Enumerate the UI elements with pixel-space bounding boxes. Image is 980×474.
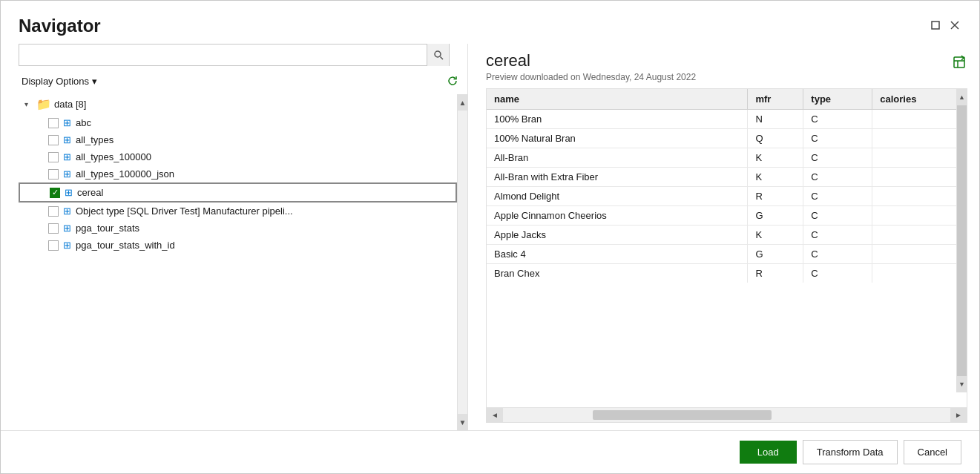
table-scroll-thumb[interactable]	[957, 105, 967, 376]
tree-item[interactable]: ⊞ all_types	[19, 131, 457, 148]
table-cell-mfr: R	[748, 187, 803, 206]
table-row[interactable]: Almond DelightRC	[487, 187, 956, 206]
item-label: Object type [SQL Driver Test] Manufactur…	[76, 205, 293, 217]
scroll-down-button[interactable]: ▼	[458, 414, 467, 430]
table-row[interactable]: 100% BranNC	[487, 110, 956, 129]
dialog-title: Navigator	[19, 16, 101, 36]
table-icon: ⊞	[63, 205, 71, 217]
display-options-button[interactable]: Display Options ▾	[19, 74, 100, 88]
horiz-scroll-thumb[interactable]	[593, 410, 772, 420]
table-cell-name: Apple Cinnamon Cheerios	[487, 206, 748, 226]
scroll-up-button[interactable]: ▲	[458, 94, 467, 111]
tree-item-cereal[interactable]: ✓ ⊞ cereal	[19, 182, 457, 203]
table-cell-calories	[872, 110, 956, 129]
table-row[interactable]: Apple Cinnamon CheeriosGC	[487, 206, 956, 226]
data-table-wrap: name mfr type calories 100% BranNC100% N…	[486, 88, 967, 423]
refresh-icon-button[interactable]	[444, 73, 461, 88]
item-checkbox-all_types_100000_json[interactable]	[48, 169, 59, 180]
table-cell-name: Almond Delight	[487, 187, 748, 206]
table-cell-calories	[872, 206, 956, 226]
svg-line-4	[440, 57, 443, 60]
tree-item[interactable]: ⊞ Object type [SQL Driver Test] Manufact…	[19, 203, 457, 220]
item-checkbox-object_type[interactable]	[48, 206, 59, 217]
table-icon: ⊞	[63, 223, 71, 234]
display-options-label: Display Options	[22, 76, 89, 87]
tree-item[interactable]: ⊞ abc	[19, 114, 457, 131]
item-checkbox-pga_tour_stats[interactable]	[48, 223, 59, 234]
tree-list: ▾ 📁 data [8] ⊞ abc ⊞ all_types	[19, 94, 457, 430]
item-checkbox-all_types_100000[interactable]	[48, 152, 59, 162]
item-label: abc	[76, 117, 91, 128]
table-icon: ⊞	[63, 151, 71, 162]
table-scroll-up-button[interactable]: ▲	[957, 89, 967, 105]
table-cell-type: C	[803, 226, 872, 245]
table-cell-calories	[872, 148, 956, 168]
horiz-scroll-track	[503, 408, 950, 422]
table-row[interactable]: All-BranKC	[487, 148, 956, 168]
table-cell-name: 100% Bran	[487, 110, 748, 129]
table-cell-mfr: K	[748, 226, 803, 245]
close-button[interactable]	[948, 19, 961, 32]
preview-title: cereal	[486, 51, 696, 70]
preview-title-area: cereal Preview downloaded on Wednesday, …	[486, 51, 696, 82]
navigator-dialog: Navigator	[0, 0, 980, 474]
item-label: all_types	[76, 134, 114, 145]
table-cell-mfr: G	[748, 245, 803, 264]
item-checkbox-abc[interactable]	[48, 118, 59, 128]
table-cell-type: C	[803, 245, 872, 264]
preview-action-icon[interactable]	[951, 54, 967, 74]
maximize-button[interactable]	[929, 19, 942, 32]
display-options-row: Display Options ▾	[19, 73, 467, 88]
cancel-button[interactable]: Cancel	[904, 440, 961, 464]
left-panel: Display Options ▾ ▾ 📁 dat	[1, 44, 468, 430]
search-icon[interactable]	[427, 44, 449, 66]
table-cell-type: C	[803, 187, 872, 206]
table-cell-mfr: G	[748, 206, 803, 226]
preview-header: cereal Preview downloaded on Wednesday, …	[486, 51, 967, 82]
table-icon: ⊞	[63, 117, 71, 128]
item-checkbox-all_types[interactable]	[48, 135, 59, 145]
table-cell-type: C	[803, 264, 872, 283]
item-label: all_types_100000	[76, 151, 151, 162]
item-label: all_types_100000_json	[76, 168, 174, 180]
right-panel: cereal Preview downloaded on Wednesday, …	[468, 44, 979, 430]
folder-label: data [8]	[54, 99, 86, 110]
table-cell-type: C	[803, 148, 872, 168]
table-row[interactable]: 100% Natural BranQC	[487, 129, 956, 148]
table-scroll-down-button[interactable]: ▼	[957, 376, 967, 392]
table-cell-type: C	[803, 110, 872, 129]
table-row[interactable]: Bran ChexRC	[487, 264, 956, 283]
folder-row[interactable]: ▾ 📁 data [8]	[19, 94, 457, 114]
horiz-scroll-bar: ◄ ►	[487, 407, 967, 422]
table-row[interactable]: All-Bran with Extra FiberKC	[487, 168, 956, 187]
right-scrollbar: ▲ ▼	[956, 89, 967, 392]
item-checkbox-pga_tour_stats_with_id[interactable]	[48, 240, 59, 251]
tree-item[interactable]: ⊞ pga_tour_stats_with_id	[19, 237, 457, 254]
table-cell-name: Basic 4	[487, 245, 748, 264]
search-input[interactable]	[19, 45, 427, 65]
tree-item[interactable]: ⊞ pga_tour_stats	[19, 220, 457, 237]
table-cell-calories	[872, 264, 956, 283]
table-cell-name: All-Bran	[487, 148, 748, 168]
col-header-name: name	[487, 89, 748, 110]
table-scroll-right-button[interactable]: ►	[950, 408, 967, 422]
svg-point-3	[435, 51, 441, 57]
load-button[interactable]: Load	[740, 441, 797, 464]
tree-area: ▾ 📁 data [8] ⊞ abc ⊞ all_types	[19, 94, 467, 430]
footer: Load Transform Data Cancel	[1, 430, 979, 473]
table-icon: ⊞	[63, 134, 71, 145]
table-scroll-left-button[interactable]: ◄	[487, 408, 503, 422]
item-label: pga_tour_stats_with_id	[76, 240, 175, 251]
content-area: Display Options ▾ ▾ 📁 dat	[1, 44, 979, 430]
tree-item[interactable]: ⊞ all_types_100000	[19, 148, 457, 165]
table-cell-calories	[872, 245, 956, 264]
item-checkbox-cereal[interactable]: ✓	[50, 188, 60, 198]
tree-item[interactable]: ⊞ all_types_100000_json	[19, 165, 457, 182]
item-label: pga_tour_stats	[76, 223, 139, 234]
table-row[interactable]: Apple JacksKC	[487, 226, 956, 245]
col-header-calories: calories	[872, 89, 956, 110]
table-cell-calories	[872, 226, 956, 245]
transform-data-button[interactable]: Transform Data	[803, 440, 898, 464]
table-cell-type: C	[803, 129, 872, 148]
table-row[interactable]: Basic 4GC	[487, 245, 956, 264]
